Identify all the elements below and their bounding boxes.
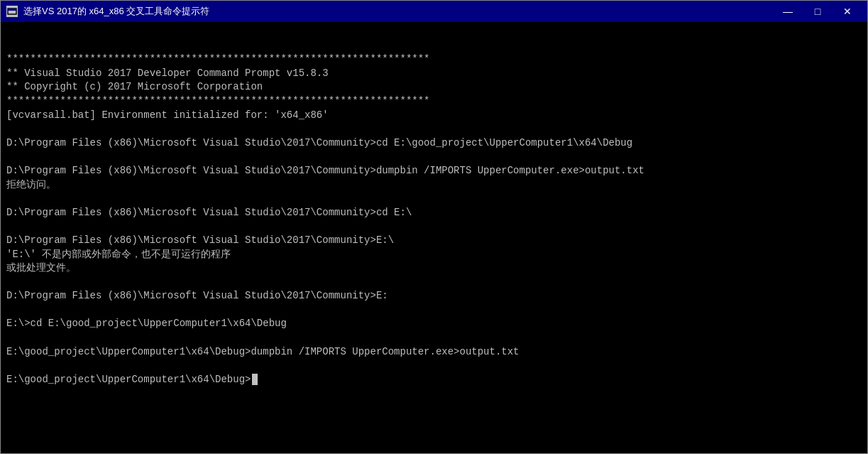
terminal-line	[6, 276, 862, 290]
terminal-line: E:\>cd E:\good_project\UpperComputer1\x6…	[6, 317, 862, 331]
terminal-line: D:\Program Files (x86)\Microsoft Visual …	[6, 136, 862, 151]
terminal-line	[6, 359, 862, 373]
title-bar-buttons: — □ ✕	[774, 3, 862, 20]
terminal-line: 'E:\' 不是内部或外部命令，也不是可运行的程序	[6, 248, 862, 262]
terminal-line: D:\Program Files (x86)\Microsoft Visual …	[6, 206, 862, 220]
window-icon	[6, 6, 18, 17]
terminal-line	[6, 303, 862, 318]
terminal-line: D:\Program Files (x86)\Microsoft Visual …	[6, 164, 862, 178]
terminal-line	[6, 331, 862, 345]
terminal-line	[6, 220, 862, 234]
window: 选择VS 2017的 x64_x86 交叉工具命令提示符 — □ ✕ *****…	[0, 0, 868, 454]
cursor	[252, 374, 258, 385]
terminal-line: E:\good_project\UpperComputer1\x64\Debug…	[6, 345, 862, 360]
terminal-line: ****************************************…	[6, 53, 862, 67]
terminal-line: E:\good_project\UpperComputer1\x64\Debug…	[6, 373, 862, 387]
window-title: 选择VS 2017的 x64_x86 交叉工具命令提示符	[23, 5, 774, 18]
terminal-line: ****************************************…	[6, 94, 862, 109]
terminal-line: ** Copyright (c) 2017 Microsoft Corporat…	[6, 80, 862, 94]
minimize-button[interactable]: —	[774, 3, 802, 20]
terminal-line: D:\Program Files (x86)\Microsoft Visual …	[6, 234, 862, 248]
terminal-line	[6, 122, 862, 136]
terminal-output[interactable]: ****************************************…	[1, 22, 867, 453]
terminal-line	[6, 150, 862, 164]
terminal-line: ** Visual Studio 2017 Developer Command …	[6, 67, 862, 81]
terminal-line: D:\Program Files (x86)\Microsoft Visual …	[6, 289, 862, 303]
svg-rect-1	[8, 9, 16, 11]
title-bar: 选择VS 2017的 x64_x86 交叉工具命令提示符 — □ ✕	[1, 1, 867, 22]
terminal-line: [vcvarsall.bat] Environment initialized …	[6, 109, 862, 123]
terminal-line	[6, 192, 862, 206]
close-button[interactable]: ✕	[833, 3, 862, 20]
terminal-line: 或批处理文件。	[6, 261, 862, 276]
maximize-button[interactable]: □	[803, 3, 832, 20]
terminal-line: 拒绝访问。	[6, 178, 862, 193]
